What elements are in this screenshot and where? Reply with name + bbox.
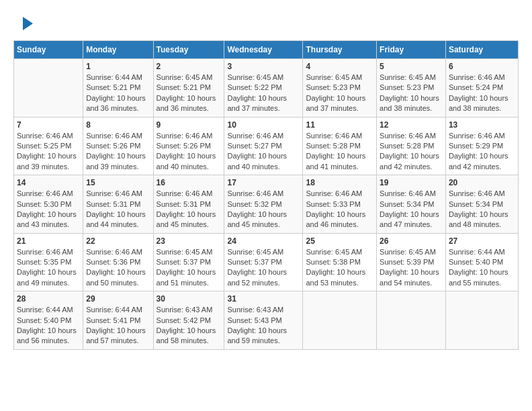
day-cell: 27Sunrise: 6:44 AMSunset: 5:40 PMDayligh… (445, 233, 518, 291)
day-info: Sunrise: 6:45 AMSunset: 5:38 PMDaylight:… (306, 247, 373, 289)
day-cell: 6Sunrise: 6:46 AMSunset: 5:24 PMDaylight… (445, 59, 518, 118)
day-number: 27 (449, 236, 515, 246)
day-info: Sunrise: 6:46 AMSunset: 5:24 PMDaylight:… (449, 73, 515, 114)
day-number: 6 (449, 62, 515, 71)
day-info: Sunrise: 6:46 AMSunset: 5:27 PMDaylight:… (227, 131, 300, 173)
day-number: 7 (17, 120, 80, 130)
day-cell: 12Sunrise: 6:46 AMSunset: 5:28 PMDayligh… (377, 117, 446, 175)
day-info: Sunrise: 6:46 AMSunset: 5:26 PMDaylight:… (86, 131, 150, 173)
day-cell: 15Sunrise: 6:46 AMSunset: 5:31 PMDayligh… (83, 175, 153, 234)
day-cell: 26Sunrise: 6:45 AMSunset: 5:39 PMDayligh… (377, 233, 446, 291)
week-row-1: 1Sunrise: 6:44 AMSunset: 5:21 PMDaylight… (14, 59, 519, 118)
day-info: Sunrise: 6:45 AMSunset: 5:23 PMDaylight:… (306, 73, 373, 114)
day-number: 17 (227, 178, 300, 187)
day-cell (445, 291, 518, 350)
day-number: 31 (227, 294, 300, 304)
week-row-5: 28Sunrise: 6:44 AMSunset: 5:40 PMDayligh… (14, 291, 519, 350)
day-number: 9 (157, 120, 222, 130)
day-cell: 3Sunrise: 6:45 AMSunset: 5:22 PMDaylight… (224, 59, 303, 118)
col-header-tuesday: Tuesday (153, 41, 224, 59)
day-cell: 20Sunrise: 6:46 AMSunset: 5:34 PMDayligh… (445, 175, 518, 234)
day-info: Sunrise: 6:46 AMSunset: 5:28 PMDaylight:… (306, 131, 373, 173)
day-number: 3 (227, 62, 300, 71)
day-info: Sunrise: 6:46 AMSunset: 5:31 PMDaylight:… (157, 189, 222, 230)
day-info: Sunrise: 6:45 AMSunset: 5:21 PMDaylight:… (157, 73, 222, 114)
calendar-table: SundayMondayTuesdayWednesdayThursdayFrid… (13, 40, 519, 350)
day-info: Sunrise: 6:46 AMSunset: 5:34 PMDaylight:… (380, 189, 443, 230)
day-number: 2 (157, 62, 222, 71)
day-number: 4 (306, 62, 373, 71)
week-row-2: 7Sunrise: 6:46 AMSunset: 5:25 PMDaylight… (14, 117, 519, 175)
day-number: 5 (380, 62, 443, 71)
day-cell: 14Sunrise: 6:46 AMSunset: 5:30 PMDayligh… (14, 175, 83, 234)
day-cell: 19Sunrise: 6:46 AMSunset: 5:34 PMDayligh… (377, 175, 446, 234)
day-number: 26 (380, 236, 443, 246)
day-cell (303, 291, 377, 350)
day-cell: 11Sunrise: 6:46 AMSunset: 5:28 PMDayligh… (303, 117, 377, 175)
day-cell: 13Sunrise: 6:46 AMSunset: 5:29 PMDayligh… (445, 117, 518, 175)
week-row-4: 21Sunrise: 6:46 AMSunset: 5:35 PMDayligh… (14, 233, 519, 291)
col-header-sunday: Sunday (14, 41, 83, 59)
day-number: 14 (17, 178, 80, 187)
day-number: 30 (157, 294, 222, 304)
day-cell: 8Sunrise: 6:46 AMSunset: 5:26 PMDaylight… (83, 117, 153, 175)
day-info: Sunrise: 6:45 AMSunset: 5:37 PMDaylight:… (227, 247, 300, 289)
day-cell: 16Sunrise: 6:46 AMSunset: 5:31 PMDayligh… (153, 175, 224, 234)
day-info: Sunrise: 6:44 AMSunset: 5:41 PMDaylight:… (86, 305, 150, 347)
day-info: Sunrise: 6:46 AMSunset: 5:34 PMDaylight:… (449, 189, 515, 230)
day-info: Sunrise: 6:45 AMSunset: 5:23 PMDaylight:… (380, 73, 443, 114)
col-header-wednesday: Wednesday (224, 41, 303, 59)
day-cell: 25Sunrise: 6:45 AMSunset: 5:38 PMDayligh… (303, 233, 377, 291)
day-number: 18 (306, 178, 373, 187)
day-cell: 23Sunrise: 6:45 AMSunset: 5:37 PMDayligh… (153, 233, 224, 291)
day-info: Sunrise: 6:44 AMSunset: 5:40 PMDaylight:… (17, 305, 80, 347)
svg-marker-0 (23, 17, 33, 30)
day-info: Sunrise: 6:46 AMSunset: 5:30 PMDaylight:… (17, 189, 80, 230)
day-number: 23 (157, 236, 222, 246)
day-cell: 29Sunrise: 6:44 AMSunset: 5:41 PMDayligh… (83, 291, 153, 350)
logo (13, 13, 36, 34)
day-cell: 2Sunrise: 6:45 AMSunset: 5:21 PMDaylight… (153, 59, 224, 118)
day-info: Sunrise: 6:45 AMSunset: 5:22 PMDaylight:… (227, 73, 300, 114)
col-header-monday: Monday (83, 41, 153, 59)
day-info: Sunrise: 6:44 AMSunset: 5:21 PMDaylight:… (86, 73, 150, 114)
day-cell: 10Sunrise: 6:46 AMSunset: 5:27 PMDayligh… (224, 117, 303, 175)
day-info: Sunrise: 6:46 AMSunset: 5:36 PMDaylight:… (86, 247, 150, 289)
day-cell: 7Sunrise: 6:46 AMSunset: 5:25 PMDaylight… (14, 117, 83, 175)
day-number: 11 (306, 120, 373, 130)
day-cell (14, 59, 83, 118)
day-info: Sunrise: 6:46 AMSunset: 5:33 PMDaylight:… (306, 189, 373, 230)
day-info: Sunrise: 6:46 AMSunset: 5:29 PMDaylight:… (449, 131, 515, 173)
page-header (13, 13, 519, 34)
day-number: 16 (157, 178, 222, 187)
day-cell: 17Sunrise: 6:46 AMSunset: 5:32 PMDayligh… (224, 175, 303, 234)
day-number: 15 (86, 178, 150, 187)
day-number: 22 (86, 236, 150, 246)
day-number: 29 (86, 294, 150, 304)
day-info: Sunrise: 6:46 AMSunset: 5:35 PMDaylight:… (17, 247, 80, 289)
day-cell: 4Sunrise: 6:45 AMSunset: 5:23 PMDaylight… (303, 59, 377, 118)
day-number: 19 (380, 178, 443, 187)
day-cell: 21Sunrise: 6:46 AMSunset: 5:35 PMDayligh… (14, 233, 83, 291)
day-number: 25 (306, 236, 373, 246)
day-number: 24 (227, 236, 300, 246)
day-cell: 30Sunrise: 6:43 AMSunset: 5:42 PMDayligh… (153, 291, 224, 350)
day-cell: 24Sunrise: 6:45 AMSunset: 5:37 PMDayligh… (224, 233, 303, 291)
day-cell: 31Sunrise: 6:43 AMSunset: 5:43 PMDayligh… (224, 291, 303, 350)
day-cell: 9Sunrise: 6:46 AMSunset: 5:26 PMDaylight… (153, 117, 224, 175)
day-info: Sunrise: 6:43 AMSunset: 5:42 PMDaylight:… (157, 305, 222, 347)
day-info: Sunrise: 6:44 AMSunset: 5:40 PMDaylight:… (449, 247, 515, 289)
day-cell: 28Sunrise: 6:44 AMSunset: 5:40 PMDayligh… (14, 291, 83, 350)
col-header-saturday: Saturday (445, 41, 518, 59)
day-cell: 5Sunrise: 6:45 AMSunset: 5:23 PMDaylight… (377, 59, 446, 118)
day-cell: 18Sunrise: 6:46 AMSunset: 5:33 PMDayligh… (303, 175, 377, 234)
day-number: 13 (449, 120, 515, 130)
day-info: Sunrise: 6:45 AMSunset: 5:39 PMDaylight:… (380, 247, 443, 289)
day-number: 8 (86, 120, 150, 130)
day-info: Sunrise: 6:46 AMSunset: 5:26 PMDaylight:… (157, 131, 222, 173)
day-number: 20 (449, 178, 515, 187)
day-number: 1 (86, 62, 150, 71)
week-row-3: 14Sunrise: 6:46 AMSunset: 5:30 PMDayligh… (14, 175, 519, 234)
day-info: Sunrise: 6:43 AMSunset: 5:43 PMDaylight:… (227, 305, 300, 347)
logo-icon (16, 13, 36, 34)
